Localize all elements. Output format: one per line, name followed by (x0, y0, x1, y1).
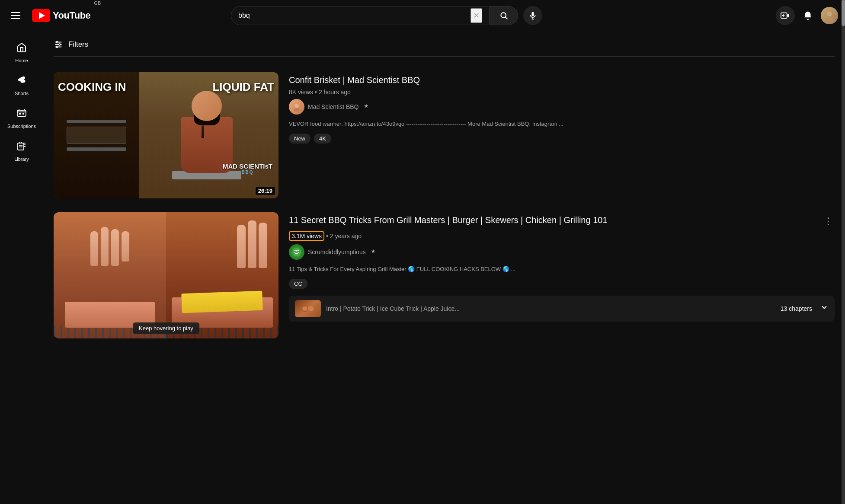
svg-point-29 (56, 46, 58, 48)
channel-row-1: Mad Scientist BBQ (289, 99, 835, 115)
tags-row-1: New 4K (289, 134, 835, 144)
svg-point-34 (308, 306, 314, 312)
video-description-1: VEVOR food warmer: https://amzn.to/43o9v… (289, 120, 583, 128)
channel-avatar-2 (289, 244, 304, 260)
page-layout: Home Shorts Subscriptions (0, 0, 845, 354)
verified-icon-1 (363, 103, 369, 111)
chapters-count: 13 chapters (781, 305, 812, 312)
results-list: COOKING IN LIQUID FAT MAD SCIENTIsT BBQ … (54, 65, 835, 345)
svg-point-9 (825, 17, 834, 22)
svg-point-0 (501, 13, 506, 18)
mic-icon (528, 11, 537, 20)
video-info-1: Confit Brisket | Mad Scientist BBQ 8K vi… (289, 72, 835, 198)
duration-badge-1: 26:19 (256, 187, 275, 195)
video-meta-2: 3.1M views • 2 years ago (289, 231, 835, 241)
header-actions (776, 6, 838, 25)
youtube-logo-text: YouTube (53, 10, 90, 21)
view-count-2-highlighted: 3.1M views (289, 231, 324, 241)
tag-new[interactable]: New (289, 134, 310, 144)
create-button[interactable] (776, 6, 795, 25)
svg-point-31 (294, 108, 300, 112)
svg-rect-10 (17, 110, 26, 116)
library-label: Library (14, 156, 29, 162)
youtube-logo[interactable]: YouTube GB (32, 9, 101, 22)
header: YouTube GB ✕ (0, 0, 845, 31)
time-ago-1: 2 hours ago (319, 89, 351, 96)
sidebar-item-subscriptions[interactable]: Subscriptions (0, 102, 43, 135)
menu-button[interactable] (7, 7, 24, 24)
video-result-2: Keep hovering to play 11 Secret BBQ Tric… (54, 205, 835, 345)
view-count-1: 8K views (289, 89, 313, 96)
header-left: YouTube GB (7, 7, 111, 24)
search-area: ✕ (231, 6, 542, 25)
filters-button[interactable]: Filters (68, 40, 88, 49)
subscriptions-label: Subscriptions (7, 124, 36, 129)
search-box: ✕ (231, 6, 490, 25)
user-avatar (821, 7, 838, 24)
notifications-button[interactable] (799, 7, 816, 24)
filters-icon (54, 40, 63, 49)
verified-icon-2 (370, 249, 376, 256)
scrollbar-thumb[interactable] (842, 0, 845, 26)
channel-name-2[interactable]: Scrumdiddlyumptious (308, 249, 366, 255)
video-title-1[interactable]: Confit Brisket | Mad Scientist BBQ (289, 74, 835, 86)
search-icon (499, 11, 508, 20)
svg-rect-16 (18, 143, 24, 150)
hover-label-2: Keep hovering to play (133, 322, 199, 334)
svg-point-8 (827, 12, 832, 16)
notification-icon (803, 11, 813, 20)
meta-dot-2: • (326, 233, 328, 239)
tag-4k[interactable]: 4K (314, 134, 331, 144)
search-input[interactable] (238, 12, 471, 19)
create-icon (781, 11, 790, 20)
svg-point-30 (294, 104, 299, 108)
sidebar: Home Shorts Subscriptions (0, 31, 43, 504)
thumbnail-text-liquid: LIQUID FAT (212, 81, 274, 93)
thumbnail-1[interactable]: COOKING IN LIQUID FAT MAD SCIENTIsT BBQ … (54, 72, 278, 198)
thumbnail-2[interactable]: Keep hovering to play (54, 212, 278, 338)
library-icon (16, 141, 27, 154)
user-avatar-button[interactable] (821, 7, 838, 24)
youtube-country: GB (94, 0, 101, 6)
shorts-label: Shorts (15, 91, 29, 96)
sidebar-item-shorts[interactable]: Shorts (0, 69, 43, 102)
voice-search-button[interactable] (523, 6, 542, 25)
scrollbar[interactable] (842, 0, 845, 504)
video-info-2: 11 Secret BBQ Tricks From Grill Masters … (289, 212, 835, 338)
tag-cc[interactable]: CC (289, 279, 307, 289)
video-result-1: COOKING IN LIQUID FAT MAD SCIENTIsT BBQ … (54, 65, 835, 205)
sidebar-item-library[interactable]: Library (0, 135, 43, 168)
thumbnail-brand: MAD SCIENTIsT BBQ (223, 163, 272, 175)
svg-rect-2 (532, 12, 534, 16)
meta-dot-1: • (315, 89, 317, 96)
clear-search-button[interactable]: ✕ (471, 8, 482, 23)
shorts-icon (16, 75, 27, 88)
more-options-button-2[interactable]: ⋮ (822, 214, 835, 229)
sidebar-item-home[interactable]: Home (0, 36, 43, 69)
youtube-logo-icon (32, 9, 50, 22)
svg-rect-15 (22, 113, 24, 115)
search-button[interactable] (490, 6, 518, 25)
chapters-box[interactable]: Intro | Potato Trick | Ice Cube Trick | … (289, 296, 835, 322)
thumbnail-text-cooking: COOKING IN (58, 81, 126, 93)
chapters-thumbnail (295, 300, 321, 317)
channel-row-2: Scrumdiddlyumptious (289, 244, 835, 260)
chapters-expand-icon (820, 303, 829, 314)
tags-row-2: CC (289, 279, 835, 289)
svg-point-27 (56, 41, 58, 43)
chapters-text: Intro | Potato Trick | Ice Cube Trick | … (326, 305, 775, 312)
video-meta-1: 8K views • 2 hours ago (289, 89, 835, 96)
main-content: Filters (43, 31, 845, 354)
subscriptions-icon (16, 108, 27, 121)
time-ago-2: 2 years ago (330, 233, 362, 239)
svg-rect-14 (19, 113, 21, 115)
home-icon (16, 42, 27, 55)
filters-bar: Filters (54, 40, 835, 57)
svg-line-1 (505, 17, 507, 19)
video-description-2: 11 Tips & Tricks For Every Aspiring Gril… (289, 265, 583, 274)
clear-icon: ✕ (473, 11, 480, 20)
video-title-2[interactable]: 11 Secret BBQ Tricks From Grill Masters … (289, 214, 608, 226)
channel-name-1[interactable]: Mad Scientist BBQ (308, 103, 359, 110)
svg-point-28 (59, 44, 61, 45)
channel-avatar-1 (289, 99, 304, 115)
